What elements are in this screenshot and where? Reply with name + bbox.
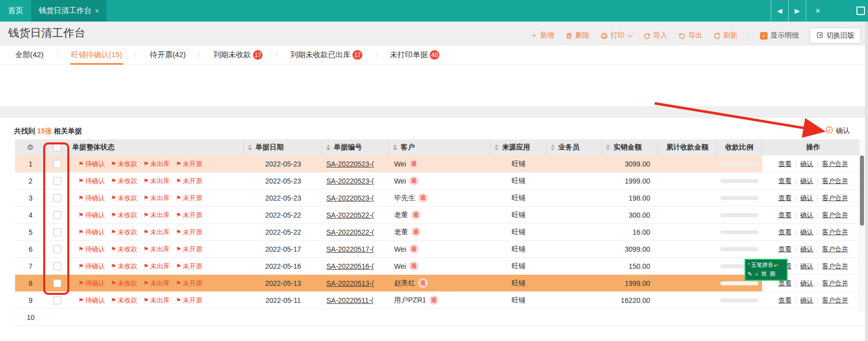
nav-forward-icon[interactable]: ▶	[788, 0, 806, 22]
row-checkbox[interactable]	[53, 245, 61, 253]
action-confirm[interactable]: 确认	[800, 296, 813, 305]
action-confirm[interactable]: 确认	[800, 262, 813, 271]
order-date: 2022-05-22	[244, 207, 322, 223]
action-merge[interactable]: 客户合并	[822, 228, 848, 237]
order-no-link[interactable]: SA-20220522-(	[326, 228, 374, 236]
scrollbar-thumb[interactable]	[860, 155, 864, 226]
action-merge[interactable]: 客户合并	[822, 177, 848, 186]
sort-icon[interactable]	[248, 144, 252, 150]
row-checkbox[interactable]	[53, 279, 61, 287]
tab-unprinted[interactable]: 未打印单据 40	[389, 46, 440, 65]
table-row: 2⚑待确认⚑未收款⚑未出库⚑未开票2022-05-23SA-20220523-(…	[15, 173, 864, 190]
sort-icon[interactable]	[326, 144, 330, 150]
action-confirm[interactable]: 确认	[800, 177, 813, 186]
simplified-icon[interactable]: 简	[761, 270, 767, 279]
action-merge[interactable]: 客户合并	[822, 262, 848, 271]
tab-due-unpaid-shipped[interactable]: 到期未收款已出库 17	[289, 46, 363, 65]
refresh-button[interactable]: 刷新	[713, 31, 737, 40]
action-merge[interactable]: 客户合并	[822, 245, 848, 254]
window-tab-active[interactable]: 钱货日清工作台 ×	[31, 0, 106, 22]
content-panel: 共找到 15张 相关单据 确认 ⚙ 单据整体状态 单据日期 单据编号 客户 来源…	[0, 118, 868, 341]
search-icon[interactable]: ⌕	[755, 270, 758, 279]
col-customer[interactable]: 客户	[389, 139, 490, 155]
switch-old-version-button[interactable]: 切换旧版	[810, 28, 861, 44]
action-merge[interactable]: 客户合并	[822, 211, 848, 220]
action-confirm[interactable]: 确认	[800, 228, 813, 237]
row-checkbox[interactable]	[53, 160, 61, 168]
status-flag: ⚑未开票	[176, 245, 202, 254]
app-window: 首页 钱货日清工作台 × ◀ ▶ × 钱货日清工作台 ＋ 新增 删除	[0, 0, 868, 341]
sort-icon[interactable]	[606, 144, 610, 150]
tab-close-icon[interactable]: ×	[95, 7, 99, 15]
action-view[interactable]: 查看	[779, 211, 792, 220]
row-checkbox-cell	[46, 207, 68, 223]
order-no-link[interactable]: SA-20220522-(	[326, 211, 374, 219]
action-view[interactable]: 查看	[779, 159, 792, 168]
window-tab-home[interactable]: 首页	[0, 0, 31, 22]
tab-all[interactable]: 全部(42)	[14, 46, 45, 65]
action-confirm[interactable]: 确认	[800, 211, 813, 220]
order-no-link[interactable]: SA-20220513-(	[326, 279, 374, 287]
add-button[interactable]: ＋ 新增	[531, 31, 554, 40]
action-view[interactable]: 查看	[779, 245, 792, 254]
column-settings-cell[interactable]: ⚙	[15, 139, 46, 155]
action-merge[interactable]: 客户合并	[822, 159, 848, 168]
order-no-link[interactable]: SA-20220511-(	[326, 296, 374, 304]
nav-back-icon[interactable]: ◀	[771, 0, 788, 22]
action-view[interactable]: 查看	[779, 177, 792, 186]
order-no-link[interactable]: SA-20220517-(	[326, 245, 374, 253]
import-button[interactable]: 导入	[643, 31, 667, 40]
action-merge[interactable]: 客户合并	[822, 296, 848, 305]
col-date[interactable]: 单据日期	[244, 139, 322, 155]
order-no-link[interactable]: SA-20220523-(	[326, 160, 374, 168]
col-amount[interactable]: 实销金额	[602, 139, 658, 155]
confirm-link[interactable]: 确认	[825, 126, 850, 135]
row-checkbox[interactable]	[53, 194, 61, 202]
order-no-link[interactable]: SA-20220523-(	[326, 194, 374, 202]
row-checkbox[interactable]	[53, 177, 61, 185]
action-view[interactable]: 查看	[779, 194, 792, 203]
row-checkbox[interactable]	[53, 211, 61, 219]
action-view[interactable]: 查看	[779, 296, 792, 305]
sort-icon[interactable]	[393, 144, 397, 150]
sort-icon[interactable]	[551, 144, 555, 150]
select-all-checkbox[interactable]	[53, 143, 61, 151]
print-button[interactable]: 打印	[600, 31, 632, 40]
tab-pending-confirm[interactable]: 旺铺待确认(15)	[70, 46, 123, 65]
export-button[interactable]: 导出	[678, 31, 702, 40]
col-order-no[interactable]: 单据编号	[322, 139, 389, 155]
action-merge[interactable]: 客户合并	[822, 194, 848, 203]
tab-to-invoice[interactable]: 待开票(42)	[149, 46, 187, 65]
action-confirm[interactable]: 确认	[800, 159, 813, 168]
order-no-link[interactable]: SA-20220516-(	[326, 262, 374, 270]
flag-icon: ⚑	[78, 195, 84, 202]
checkbox-checked-icon[interactable]: ✓	[760, 32, 768, 40]
tab-due-unpaid[interactable]: 到期未收款 17	[212, 46, 264, 65]
col-salesman[interactable]: 业务员	[547, 139, 602, 155]
grid-icon[interactable]: 囲	[770, 270, 775, 279]
status-flag-label: 未出库	[150, 177, 170, 186]
status-flag: ⚑未收款	[111, 262, 138, 271]
overdue-badge: 逾	[409, 244, 419, 254]
nav-close-icon[interactable]: ×	[806, 0, 829, 22]
action-confirm[interactable]: 确认	[800, 279, 813, 288]
page-scrollbar-track[interactable]	[865, 22, 868, 341]
sort-icon[interactable]	[494, 144, 499, 150]
table-scrollbar[interactable]	[859, 139, 864, 312]
row-checkbox[interactable]	[53, 296, 61, 304]
row-checkbox[interactable]	[53, 262, 61, 270]
action-view[interactable]: 查看	[779, 228, 792, 237]
action-merge[interactable]: 客户合并	[822, 279, 848, 288]
action-confirm[interactable]: 确认	[800, 245, 813, 254]
ime-popup[interactable]: ^ 五笔拼音 ▸• ✎ ⌕ 简 囲	[745, 259, 788, 281]
show-detail-toggle[interactable]: ✓ 显示明细	[760, 31, 799, 40]
gear-icon[interactable]: ⚙	[27, 143, 34, 152]
action-confirm[interactable]: 确认	[800, 194, 813, 203]
delete-button[interactable]: 删除	[565, 31, 589, 40]
order-no-link[interactable]: SA-20220523-(	[326, 177, 374, 185]
row-checkbox[interactable]	[53, 228, 61, 236]
status-flag: ⚑待确认	[78, 177, 105, 186]
pen-icon[interactable]: ✎	[748, 270, 752, 279]
fullscreen-button[interactable]	[853, 0, 868, 22]
col-source[interactable]: 来源应用	[490, 139, 547, 155]
